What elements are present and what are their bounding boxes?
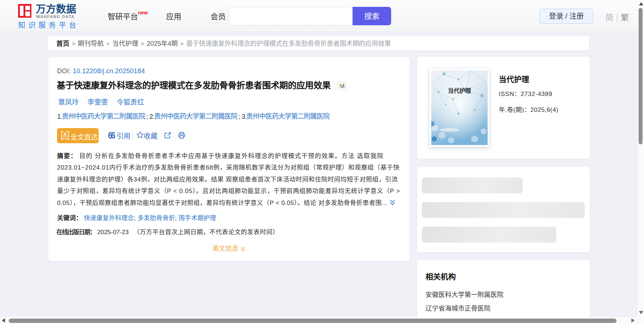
svg-text:free: free <box>63 137 68 140</box>
svg-text:M: M <box>340 83 345 89</box>
svg-text:当代护理: 当代护理 <box>448 87 471 94</box>
